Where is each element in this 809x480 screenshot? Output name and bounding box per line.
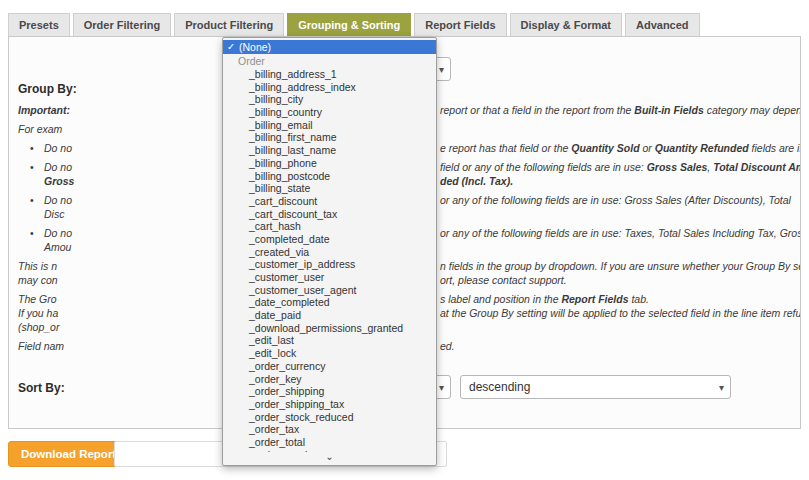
- dropdown-option[interactable]: _billing_email: [223, 119, 436, 132]
- text-segment: or: [640, 142, 655, 154]
- dropdown-option[interactable]: _order_key: [223, 373, 436, 386]
- dropdown-option[interactable]: _order_total: [223, 436, 436, 449]
- text-segment: or any of the following fields are in us…: [440, 227, 801, 239]
- dropdown-option[interactable]: _date_completed: [223, 296, 436, 309]
- help-line-right: field or any of the following fields are…: [440, 160, 801, 174]
- dropdown-option[interactable]: _order_stock_reduced: [223, 411, 436, 424]
- tab[interactable]: Order Filtering: [73, 13, 171, 37]
- text-segment: Disc: [44, 208, 64, 220]
- check-icon: ✓: [227, 40, 235, 54]
- tab[interactable]: Product Filtering: [174, 13, 284, 37]
- tab-label: Order Filtering: [84, 19, 160, 31]
- help-line-left: Amou: [44, 240, 71, 254]
- help-line-left: Gross: [44, 174, 74, 188]
- sort-by-direction-select[interactable]: descending ▾: [460, 375, 731, 399]
- text-segment: Do no: [44, 227, 72, 239]
- dropdown-option[interactable]: _customer_user: [223, 271, 436, 284]
- help-line-left: Do no: [44, 160, 72, 174]
- text-segment: ort, please contact support.: [440, 274, 567, 286]
- help-line-right: or any of the following fields are in us…: [440, 226, 801, 240]
- dropdown-option[interactable]: _completed_date: [223, 233, 436, 246]
- dropdown-option[interactable]: _billing_address_1: [223, 68, 436, 81]
- tab-label: Presets: [19, 19, 59, 31]
- dropdown-option[interactable]: _order_shipping_tax: [223, 398, 436, 411]
- dropdown-option[interactable]: _billing_postcode: [223, 170, 436, 183]
- help-line-left: Do no: [44, 141, 72, 155]
- dropdown-option[interactable]: _billing_phone: [223, 157, 436, 170]
- text-segment: Gross: [44, 175, 74, 187]
- scroll-more-icon[interactable]: ⌄: [223, 452, 436, 464]
- text-segment: Quantity Refunded: [655, 142, 749, 154]
- dropdown-option[interactable]: _order_shipping: [223, 385, 436, 398]
- text-segment: Do no: [44, 161, 72, 173]
- tab-label: Report Fields: [425, 19, 495, 31]
- help-line-left: Disc: [44, 207, 64, 221]
- dropdown-option[interactable]: _billing_country: [223, 106, 436, 119]
- dropdown-option[interactable]: _customer_ip_address: [223, 258, 436, 271]
- text-segment: tab.: [629, 293, 649, 305]
- dropdown-option-selected[interactable]: ✓ (None): [223, 40, 436, 54]
- sort-by-label: Sort By:: [18, 381, 65, 395]
- dropdown-option[interactable]: _edit_lock: [223, 347, 436, 360]
- dropdown-option[interactable]: _edit_last: [223, 334, 436, 347]
- chevron-down-icon: ▾: [719, 377, 724, 399]
- text-segment: ded (Incl. Tax).: [440, 175, 513, 187]
- tab[interactable]: Report Fields: [414, 13, 506, 37]
- dropdown-selected-label: (None): [239, 41, 271, 53]
- help-line-right: ed.: [440, 339, 455, 353]
- dropdown-option[interactable]: _customer_user_agent: [223, 284, 436, 297]
- text-segment: If you ha: [18, 307, 58, 319]
- tab[interactable]: Grouping & Sorting: [287, 13, 411, 37]
- text-segment: fields are in use.: [749, 142, 801, 154]
- dropdown-option[interactable]: _billing_last_name: [223, 144, 436, 157]
- tab[interactable]: Presets: [8, 13, 70, 37]
- text-segment: For exam: [18, 123, 62, 135]
- help-line-left: Do no: [44, 226, 72, 240]
- sort-by-direction-value: descending: [469, 380, 530, 394]
- help-line-left: For exam: [18, 123, 62, 135]
- group-by-dropdown-popup: ✓ (None) Order _billing_address_1_billin…: [222, 37, 437, 466]
- help-line-left: (shop_or: [18, 321, 59, 333]
- dropdown-option[interactable]: _cart_discount_tax: [223, 208, 436, 221]
- help-line-left: Do no: [44, 193, 72, 207]
- text-segment: Total Discount Amount: [713, 161, 801, 173]
- dropdown-option[interactable]: _billing_address_index: [223, 81, 436, 94]
- help-line-left: The Gro: [18, 293, 57, 305]
- text-segment: Field nam: [18, 340, 64, 352]
- tab[interactable]: Display & Format: [510, 13, 622, 37]
- text-segment: ed.: [440, 340, 455, 352]
- help-line-left: Field nam: [18, 340, 64, 352]
- dropdown-option[interactable]: _order_tax: [223, 423, 436, 436]
- help-line-left: If you ha: [18, 307, 58, 319]
- dropdown-option[interactable]: _created_via: [223, 246, 436, 259]
- tab-bar: Presets Order Filtering Product Filterin…: [8, 13, 700, 37]
- dropdown-option[interactable]: _order_currency: [223, 360, 436, 373]
- text-segment: n fields in the group by dropdown. If yo…: [440, 260, 801, 272]
- dropdown-option[interactable]: _date_paid: [223, 309, 436, 322]
- text-segment: field or any of the following fields are…: [440, 161, 647, 173]
- dropdown-option[interactable]: _billing_state: [223, 182, 436, 195]
- text-segment: Gross Sales: [647, 161, 708, 173]
- text-segment: category may depend on.: [704, 104, 801, 116]
- dropdown-option[interactable]: _cart_discount: [223, 195, 436, 208]
- dropdown-options: _billing_address_1_billing_address_index…: [223, 68, 436, 461]
- dropdown-option[interactable]: _download_permissions_granted: [223, 322, 436, 335]
- text-segment: Quantity Sold: [571, 142, 639, 154]
- help-line-left: may con: [18, 274, 58, 286]
- help-line-right: report or that a field in the report fro…: [440, 103, 801, 117]
- help-line-right: e report has that field or the Quantity …: [440, 141, 801, 155]
- dropdown-option[interactable]: _cart_hash: [223, 220, 436, 233]
- dropdown-option[interactable]: _billing_city: [223, 93, 436, 106]
- help-line-right: ort, please contact support.: [440, 273, 567, 287]
- dropdown-option[interactable]: _billing_first_name: [223, 131, 436, 144]
- download-report-button[interactable]: Download Report: [8, 441, 129, 467]
- text-segment: may con: [18, 274, 58, 286]
- tab[interactable]: Advanced: [625, 13, 700, 37]
- help-line-right: ded (Incl. Tax).: [440, 174, 513, 188]
- text-segment: Important:: [18, 104, 70, 116]
- text-segment: Do no: [44, 142, 72, 154]
- tab-label: Display & Format: [521, 19, 611, 31]
- chevron-down-icon: ▾: [439, 377, 444, 399]
- text-segment: report or that a field in the report fro…: [440, 104, 634, 116]
- dropdown-optgroup-label: Order: [223, 55, 436, 68]
